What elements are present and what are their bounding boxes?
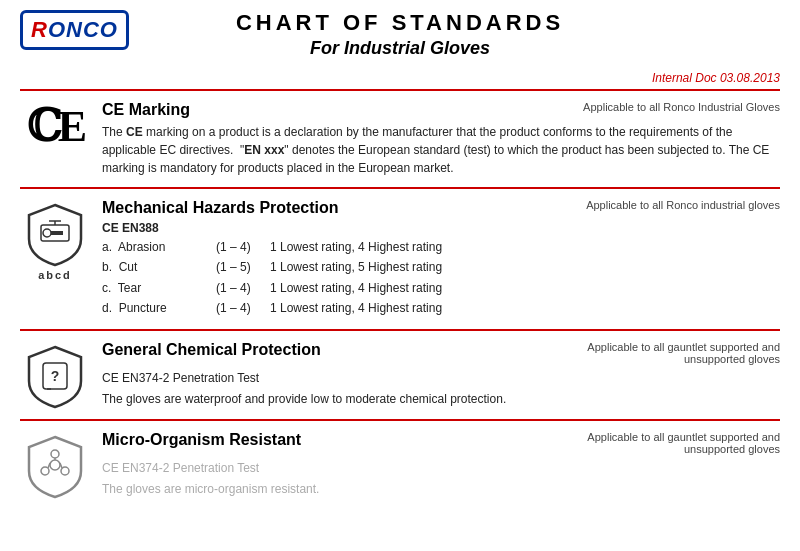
header-bottom-area: Internal Doc 03.08.2013	[20, 69, 780, 85]
rating-row: d. Puncture(1 – 4)1 Lowest rating, 4 Hig…	[102, 298, 780, 318]
rating-desc: 1 Lowest rating, 4 Highest rating	[270, 237, 780, 257]
svg-line-14	[60, 463, 62, 468]
rating-label: c. Tear	[102, 278, 212, 298]
svg-point-11	[61, 467, 69, 475]
rating-row: b. Cut(1 – 5)1 Lowest rating, 5 Highest …	[102, 257, 780, 277]
svg-text:?: ?	[51, 368, 60, 384]
microorganism-body: CE EN374-2 Penetration Test The gloves a…	[102, 459, 780, 499]
ce-symbol-icon: ℂΕ	[27, 105, 83, 149]
svg-point-8	[50, 460, 60, 470]
rating-label: d. Puncture	[102, 298, 212, 318]
ratings-table: a. Abrasion(1 – 4)1 Lowest rating, 4 Hig…	[102, 237, 780, 319]
microorganism-line-1: The gloves are micro-organism resistant.	[102, 480, 780, 499]
microorganism-header: Micro-Organism Resistant Applicable to a…	[102, 431, 780, 455]
rating-range: (1 – 4)	[216, 278, 266, 298]
mechanical-title: Mechanical Hazards Protection	[102, 199, 339, 217]
internal-doc: Internal Doc 03.08.2013	[652, 71, 780, 85]
microorganism-ce-label: CE EN374-2 Penetration Test	[102, 459, 780, 478]
logo-text: RONCO	[31, 17, 118, 43]
rating-desc: 1 Lowest rating, 5 Highest rating	[270, 257, 780, 277]
rating-range: (1 – 5)	[216, 257, 266, 277]
section-chemical: ? General Chemical Protection Applicable…	[20, 335, 780, 415]
page: RONCO CHART OF STANDARDS For Industrial …	[0, 0, 800, 551]
section-ce-marking: ℂΕ CE Marking Applicable to all Ronco In…	[20, 95, 780, 183]
microorganism-content: Micro-Organism Resistant Applicable to a…	[102, 431, 780, 499]
header: RONCO CHART OF STANDARDS For Industrial …	[20, 10, 780, 67]
bio-icon-box	[20, 431, 90, 499]
svg-point-9	[51, 450, 59, 458]
section-microorganism: Micro-Organism Resistant Applicable to a…	[20, 425, 780, 505]
svg-line-13	[48, 463, 50, 468]
chemical-header: General Chemical Protection Applicable t…	[102, 341, 780, 365]
svg-point-1	[43, 229, 51, 237]
sub-title: For Industrial Gloves	[236, 38, 564, 59]
ce-marking-applicable: Applicable to all Ronco Industrial Glove…	[583, 101, 780, 113]
ce-marking-title: CE Marking	[102, 101, 190, 119]
mechanical-shield-icon	[27, 203, 83, 267]
chemical-icon-box: ?	[20, 341, 90, 409]
rating-range: (1 – 4)	[216, 237, 266, 257]
rating-range: (1 – 4)	[216, 298, 266, 318]
top-divider	[20, 89, 780, 91]
microorganism-applicable: Applicable to all gauntlet supported and…	[530, 431, 780, 455]
ce-marking-body: The CE marking on a product is a declara…	[102, 123, 780, 177]
mechanical-applicable: Applicable to all Ronco industrial glove…	[586, 199, 780, 211]
ce-marking-header: CE Marking Applicable to all Ronco Indus…	[102, 101, 780, 119]
svg-rect-2	[51, 231, 63, 235]
chemical-body: CE EN374-2 Penetration Test The gloves a…	[102, 369, 780, 409]
rating-desc: 1 Lowest rating, 4 Highest rating	[270, 278, 780, 298]
rating-label: a. Abrasion	[102, 237, 212, 257]
svg-point-10	[41, 467, 49, 475]
header-title: CHART OF STANDARDS For Industrial Gloves	[236, 10, 564, 59]
main-title: CHART OF STANDARDS	[236, 10, 564, 36]
chemical-content: General Chemical Protection Applicable t…	[102, 341, 780, 409]
ce-icon-box: ℂΕ	[20, 101, 90, 149]
chemical-shield-icon: ?	[27, 345, 83, 409]
divider-2	[20, 329, 780, 331]
shield-icon-box: abcd	[20, 199, 90, 281]
divider-3	[20, 419, 780, 421]
divider-1	[20, 187, 780, 189]
rating-row: a. Abrasion(1 – 4)1 Lowest rating, 4 Hig…	[102, 237, 780, 257]
rating-row: c. Tear(1 – 4)1 Lowest rating, 4 Highest…	[102, 278, 780, 298]
rating-label: b. Cut	[102, 257, 212, 277]
microorganism-title: Micro-Organism Resistant	[102, 431, 301, 449]
bio-shield-icon	[27, 435, 83, 499]
chemical-line-1: The gloves are waterproof and provide lo…	[102, 390, 780, 409]
chemical-ce-label: CE EN374-2 Penetration Test	[102, 369, 780, 388]
chemical-title: General Chemical Protection	[102, 341, 321, 359]
logo-box: RONCO	[20, 10, 129, 50]
abcd-label: abcd	[38, 269, 72, 281]
mechanical-header: Mechanical Hazards Protection Applicable…	[102, 199, 780, 217]
mechanical-ce-label: CE EN388	[102, 221, 780, 235]
rating-desc: 1 Lowest rating, 4 Highest rating	[270, 298, 780, 318]
section-mechanical: abcd Mechanical Hazards Protection Appli…	[20, 193, 780, 325]
mechanical-content: Mechanical Hazards Protection Applicable…	[102, 199, 780, 319]
ce-marking-content: CE Marking Applicable to all Ronco Indus…	[102, 101, 780, 177]
chemical-applicable: Applicable to all gauntlet supported and…	[530, 341, 780, 365]
